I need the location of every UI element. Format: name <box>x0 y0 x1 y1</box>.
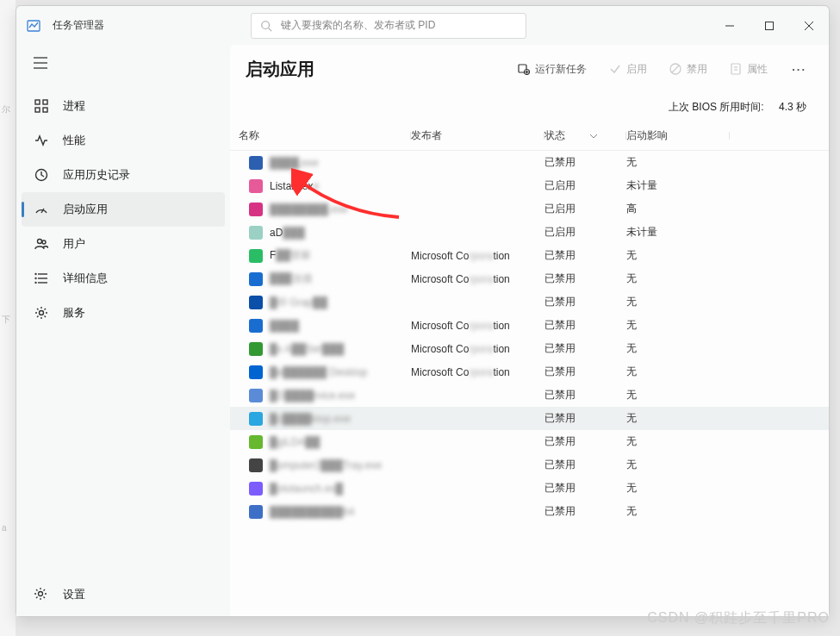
col-impact[interactable]: 启动影响 <box>626 128 730 143</box>
gear-icon <box>34 587 49 603</box>
svg-rect-32 <box>731 64 740 74</box>
svg-point-25 <box>39 591 43 595</box>
svg-point-22 <box>35 278 36 279</box>
gear-icon <box>34 306 49 320</box>
wave-icon <box>34 134 49 147</box>
content-header: 启动应用 运行新任务 启用 禁用 属性 ··· <box>230 45 829 93</box>
table-row[interactable]: ███连接Microsoft Corporation已禁用无 <box>230 267 829 290</box>
table-row[interactable]: Listary.exe已启用未计量 <box>230 174 829 197</box>
search-input[interactable]: 键入要搜索的名称、发布者或 PID <box>251 13 526 39</box>
settings-button[interactable]: 设置 <box>16 573 230 616</box>
nav-history[interactable]: 应用历史记录 <box>16 158 230 192</box>
page-title: 启动应用 <box>246 58 314 81</box>
table-row[interactable]: ████████.exe已启用高 <box>230 197 829 221</box>
grid-icon <box>34 99 49 113</box>
titlebar: 任务管理器 键入要搜索的名称、发布者或 PID <box>16 6 829 45</box>
hamburger-button[interactable] <box>16 50 230 78</box>
nav-details[interactable]: 详细信息 <box>16 261 230 296</box>
search-placeholder: 键入要搜索的名称、发布者或 PID <box>281 18 435 33</box>
svg-rect-4 <box>766 22 774 29</box>
table-row[interactable]: █omputer2███Tray.exe已禁用无 <box>230 453 829 477</box>
table-row[interactable]: █c████ktop.exe已禁用无 <box>230 407 829 430</box>
svg-rect-10 <box>35 100 40 104</box>
table-rows: ████.exe已禁用无Listary.exe已启用未计量████████.ex… <box>230 151 829 523</box>
table-row[interactable]: █D████rvice.exe已禁用无 <box>230 383 829 407</box>
startup-table: 名称 发布者 状态 启动影响 ████.exe已禁用无Listary.exe已启… <box>230 122 829 616</box>
table-row[interactable]: ██████████64已禁用无 <box>230 500 829 523</box>
users-icon <box>34 237 49 251</box>
table-row[interactable]: ████Microsoft Corporation已禁用无 <box>230 314 829 337</box>
disable-button[interactable]: 禁用 <box>661 57 716 82</box>
svg-rect-13 <box>43 108 47 112</box>
app-icon <box>27 19 40 33</box>
table-row[interactable]: █otolaunch.ex█已禁用无 <box>230 477 829 500</box>
nav-services[interactable]: 服务 <box>16 296 230 330</box>
svg-point-21 <box>35 274 36 275</box>
col-status[interactable]: 状态 <box>544 128 626 143</box>
col-publisher[interactable]: 发布者 <box>411 128 544 143</box>
svg-rect-11 <box>43 100 47 104</box>
table-row[interactable]: █giLDA██已禁用无 <box>230 430 829 453</box>
content-area: 启动应用 运行新任务 启用 禁用 属性 ··· <box>230 45 829 616</box>
history-icon <box>34 168 49 182</box>
nav-processes[interactable]: 进程 <box>16 89 230 123</box>
nav-users[interactable]: 用户 <box>16 227 230 261</box>
table-row[interactable]: aD███已启用未计量 <box>230 221 829 244</box>
sidebar: 进程 性能 应用历史记录 启动应用 用户 详细信息 服务 设置 <box>16 45 230 616</box>
svg-point-23 <box>35 283 36 284</box>
task-manager-window: 任务管理器 键入要搜索的名称、发布者或 PID 进程 性能 应用历史记录 启动应… <box>16 5 830 617</box>
table-row[interactable]: ████.exe已禁用无 <box>230 151 829 174</box>
table-row[interactable]: █l® Grap██已禁用无 <box>230 290 829 314</box>
maximize-button[interactable] <box>750 6 789 45</box>
bios-time: 上次 BIOS 所用时间: 4.3 秒 <box>230 93 829 122</box>
more-button[interactable]: ··· <box>785 58 813 81</box>
list-icon <box>34 271 49 285</box>
svg-point-17 <box>42 240 46 244</box>
window-title: 任务管理器 <box>53 18 104 33</box>
svg-point-16 <box>38 240 42 244</box>
table-row[interactable]: F██管家Microsoft Corporation已禁用无 <box>230 244 829 267</box>
svg-point-24 <box>40 311 44 315</box>
nav-startup[interactable]: 启动应用 <box>22 192 225 227</box>
run-new-task-button[interactable]: 运行新任务 <box>509 57 595 82</box>
table-header: 名称 发布者 状态 启动影响 <box>230 122 829 151</box>
svg-rect-12 <box>35 108 40 112</box>
minimize-button[interactable] <box>710 6 750 45</box>
svg-line-2 <box>269 28 272 31</box>
col-name[interactable]: 名称 <box>239 128 411 143</box>
gauge-icon <box>34 203 49 216</box>
window-controls <box>710 6 829 45</box>
svg-line-31 <box>672 65 679 72</box>
close-button[interactable] <box>789 6 829 45</box>
nav-performance[interactable]: 性能 <box>16 123 230 158</box>
nav-list: 进程 性能 应用历史记录 启动应用 用户 详细信息 服务 <box>16 89 230 573</box>
table-row[interactable]: █x A██Ser███Microsoft Corporation已禁用无 <box>230 337 829 360</box>
table-row[interactable]: █e██████ DesktopMicrosoft Corporation已禁用… <box>230 360 829 383</box>
svg-point-1 <box>262 21 270 28</box>
enable-button[interactable]: 启用 <box>600 57 656 82</box>
properties-button[interactable]: 属性 <box>721 57 776 82</box>
